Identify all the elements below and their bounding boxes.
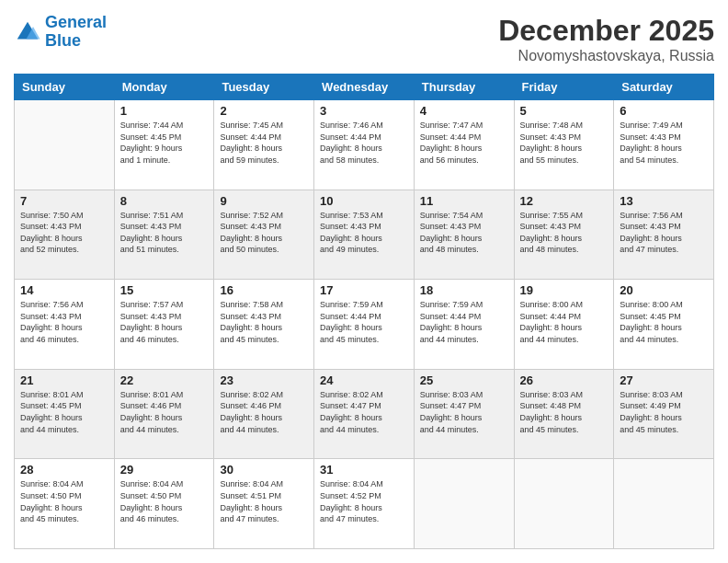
location: Novomyshastovskaya, Russia xyxy=(498,48,714,64)
day-info: Sunrise: 7:44 AM Sunset: 4:45 PM Dayligh… xyxy=(120,120,209,166)
calendar-cell xyxy=(414,459,514,549)
day-info: Sunrise: 8:01 AM Sunset: 4:45 PM Dayligh… xyxy=(20,389,108,435)
day-number: 24 xyxy=(320,373,408,387)
day-info: Sunrise: 7:45 AM Sunset: 4:44 PM Dayligh… xyxy=(220,120,308,166)
header: General Blue December 2025 Novomyshastov… xyxy=(14,14,714,64)
day-info: Sunrise: 7:55 AM Sunset: 4:43 PM Dayligh… xyxy=(520,210,609,256)
day-number: 7 xyxy=(20,194,108,208)
day-number: 27 xyxy=(620,373,708,387)
logo-text: General Blue xyxy=(45,14,107,51)
calendar-cell: 23Sunrise: 8:02 AM Sunset: 4:46 PM Dayli… xyxy=(214,369,314,459)
day-number: 28 xyxy=(20,463,108,477)
day-info: Sunrise: 7:53 AM Sunset: 4:43 PM Dayligh… xyxy=(320,210,408,256)
calendar-cell: 13Sunrise: 7:56 AM Sunset: 4:43 PM Dayli… xyxy=(614,190,714,280)
calendar-cell: 5Sunrise: 7:48 AM Sunset: 4:43 PM Daylig… xyxy=(514,100,614,190)
day-info: Sunrise: 7:56 AM Sunset: 4:43 PM Dayligh… xyxy=(20,299,108,345)
day-number: 12 xyxy=(520,194,609,208)
calendar-cell: 11Sunrise: 7:54 AM Sunset: 4:43 PM Dayli… xyxy=(414,190,514,280)
day-info: Sunrise: 8:02 AM Sunset: 4:47 PM Dayligh… xyxy=(320,389,408,435)
day-info: Sunrise: 8:03 AM Sunset: 4:48 PM Dayligh… xyxy=(520,389,609,435)
calendar-table: Sunday Monday Tuesday Wednesday Thursday… xyxy=(14,74,714,549)
header-wednesday: Wednesday xyxy=(314,75,415,100)
day-info: Sunrise: 7:52 AM Sunset: 4:43 PM Dayligh… xyxy=(220,210,308,256)
day-number: 11 xyxy=(420,194,508,208)
page: General Blue December 2025 Novomyshastov… xyxy=(0,0,728,563)
day-info: Sunrise: 8:04 AM Sunset: 4:52 PM Dayligh… xyxy=(320,478,408,524)
calendar-cell: 6Sunrise: 7:49 AM Sunset: 4:43 PM Daylig… xyxy=(614,100,714,190)
day-info: Sunrise: 8:04 AM Sunset: 4:51 PM Dayligh… xyxy=(220,478,308,524)
day-info: Sunrise: 7:59 AM Sunset: 4:44 PM Dayligh… xyxy=(320,299,408,345)
header-saturday: Saturday xyxy=(614,75,714,100)
calendar-cell xyxy=(15,100,115,190)
day-info: Sunrise: 7:49 AM Sunset: 4:43 PM Dayligh… xyxy=(620,120,708,166)
calendar-cell: 26Sunrise: 8:03 AM Sunset: 4:48 PM Dayli… xyxy=(514,369,614,459)
day-number: 19 xyxy=(520,283,609,297)
calendar-cell: 21Sunrise: 8:01 AM Sunset: 4:45 PM Dayli… xyxy=(15,369,115,459)
calendar-cell: 1Sunrise: 7:44 AM Sunset: 4:45 PM Daylig… xyxy=(114,100,214,190)
day-info: Sunrise: 8:00 AM Sunset: 4:44 PM Dayligh… xyxy=(520,299,609,345)
week-row-1: 1Sunrise: 7:44 AM Sunset: 4:45 PM Daylig… xyxy=(15,100,714,190)
calendar-cell: 7Sunrise: 7:50 AM Sunset: 4:43 PM Daylig… xyxy=(15,190,115,280)
day-info: Sunrise: 8:03 AM Sunset: 4:49 PM Dayligh… xyxy=(620,389,708,435)
day-number: 21 xyxy=(20,373,108,387)
day-info: Sunrise: 7:51 AM Sunset: 4:43 PM Dayligh… xyxy=(120,210,209,256)
day-info: Sunrise: 7:57 AM Sunset: 4:43 PM Dayligh… xyxy=(120,299,209,345)
day-info: Sunrise: 7:50 AM Sunset: 4:43 PM Dayligh… xyxy=(20,210,108,256)
day-info: Sunrise: 8:03 AM Sunset: 4:47 PM Dayligh… xyxy=(420,389,508,435)
week-row-2: 7Sunrise: 7:50 AM Sunset: 4:43 PM Daylig… xyxy=(15,190,714,280)
day-number: 3 xyxy=(320,104,408,118)
day-number: 1 xyxy=(120,104,209,118)
calendar-cell: 19Sunrise: 8:00 AM Sunset: 4:44 PM Dayli… xyxy=(514,280,614,370)
logo-icon xyxy=(14,18,41,46)
day-number: 22 xyxy=(120,373,209,387)
header-tuesday: Tuesday xyxy=(214,75,314,100)
calendar-cell: 3Sunrise: 7:46 AM Sunset: 4:44 PM Daylig… xyxy=(314,100,415,190)
title-block: December 2025 Novomyshastovskaya, Russia xyxy=(498,14,714,64)
day-info: Sunrise: 7:59 AM Sunset: 4:44 PM Dayligh… xyxy=(420,299,508,345)
day-number: 2 xyxy=(220,104,308,118)
day-info: Sunrise: 7:47 AM Sunset: 4:44 PM Dayligh… xyxy=(420,120,508,166)
calendar-cell: 29Sunrise: 8:04 AM Sunset: 4:50 PM Dayli… xyxy=(114,459,214,549)
week-row-5: 28Sunrise: 8:04 AM Sunset: 4:50 PM Dayli… xyxy=(15,459,714,549)
day-number: 17 xyxy=(320,283,408,297)
calendar-cell: 2Sunrise: 7:45 AM Sunset: 4:44 PM Daylig… xyxy=(214,100,314,190)
day-info: Sunrise: 8:00 AM Sunset: 4:45 PM Dayligh… xyxy=(620,299,708,345)
week-row-4: 21Sunrise: 8:01 AM Sunset: 4:45 PM Dayli… xyxy=(15,369,714,459)
day-number: 20 xyxy=(620,283,708,297)
day-number: 30 xyxy=(220,463,308,477)
calendar-cell: 30Sunrise: 8:04 AM Sunset: 4:51 PM Dayli… xyxy=(214,459,314,549)
day-number: 25 xyxy=(420,373,508,387)
day-number: 13 xyxy=(620,194,708,208)
day-number: 29 xyxy=(120,463,209,477)
day-number: 10 xyxy=(320,194,408,208)
day-number: 16 xyxy=(220,283,308,297)
day-info: Sunrise: 8:01 AM Sunset: 4:46 PM Dayligh… xyxy=(120,389,209,435)
day-info: Sunrise: 7:48 AM Sunset: 4:43 PM Dayligh… xyxy=(520,120,609,166)
day-number: 15 xyxy=(120,283,209,297)
day-number: 14 xyxy=(20,283,108,297)
calendar-cell: 10Sunrise: 7:53 AM Sunset: 4:43 PM Dayli… xyxy=(314,190,415,280)
day-number: 31 xyxy=(320,463,408,477)
day-number: 18 xyxy=(420,283,508,297)
header-monday: Monday xyxy=(114,75,214,100)
logo: General Blue xyxy=(14,14,107,51)
calendar-cell: 18Sunrise: 7:59 AM Sunset: 4:44 PM Dayli… xyxy=(414,280,514,370)
header-friday: Friday xyxy=(514,75,614,100)
day-number: 8 xyxy=(120,194,209,208)
header-thursday: Thursday xyxy=(414,75,514,100)
calendar-cell: 22Sunrise: 8:01 AM Sunset: 4:46 PM Dayli… xyxy=(114,369,214,459)
day-number: 6 xyxy=(620,104,708,118)
day-info: Sunrise: 8:04 AM Sunset: 4:50 PM Dayligh… xyxy=(20,478,108,524)
day-info: Sunrise: 7:46 AM Sunset: 4:44 PM Dayligh… xyxy=(320,120,408,166)
calendar-cell: 27Sunrise: 8:03 AM Sunset: 4:49 PM Dayli… xyxy=(614,369,714,459)
day-info: Sunrise: 7:56 AM Sunset: 4:43 PM Dayligh… xyxy=(620,210,708,256)
day-number: 9 xyxy=(220,194,308,208)
calendar-cell: 20Sunrise: 8:00 AM Sunset: 4:45 PM Dayli… xyxy=(614,280,714,370)
calendar-cell: 31Sunrise: 8:04 AM Sunset: 4:52 PM Dayli… xyxy=(314,459,415,549)
day-number: 4 xyxy=(420,104,508,118)
calendar-cell xyxy=(514,459,614,549)
calendar-cell: 4Sunrise: 7:47 AM Sunset: 4:44 PM Daylig… xyxy=(414,100,514,190)
day-info: Sunrise: 7:58 AM Sunset: 4:43 PM Dayligh… xyxy=(220,299,308,345)
calendar-cell: 14Sunrise: 7:56 AM Sunset: 4:43 PM Dayli… xyxy=(15,280,115,370)
day-info: Sunrise: 7:54 AM Sunset: 4:43 PM Dayligh… xyxy=(420,210,508,256)
